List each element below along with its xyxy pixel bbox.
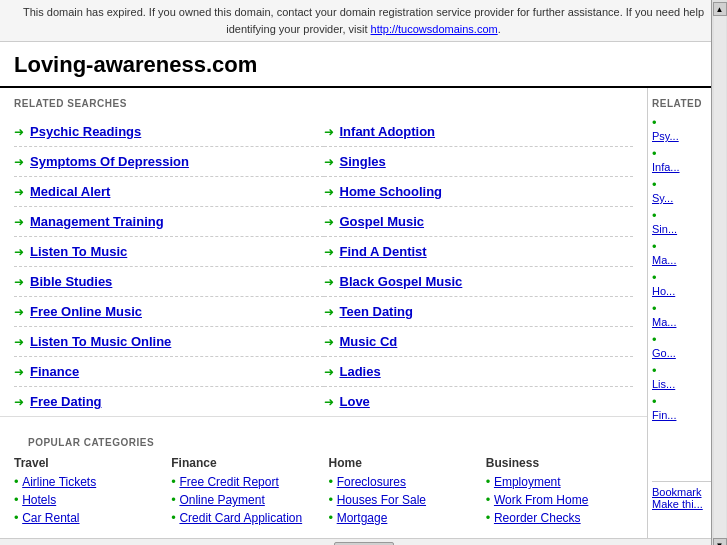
- search-link-singles[interactable]: Singles: [340, 154, 386, 169]
- popular-section: POPULAR CATEGORIES Travel Airline Ticket…: [0, 427, 647, 538]
- list-item: Free Credit Report: [171, 474, 318, 489]
- search-grid: ➜ Psychic Readings ➜ Symptoms Of Depress…: [0, 117, 647, 417]
- list-item: ➜ Free Online Music: [14, 297, 324, 327]
- popular-link-houses[interactable]: Houses For Sale: [337, 493, 426, 507]
- search-link-symptoms[interactable]: Symptoms Of Depression: [30, 154, 189, 169]
- popular-link-wfh[interactable]: Work From Home: [494, 493, 588, 507]
- arrow-icon: ➜: [14, 335, 24, 349]
- popular-link-hotels[interactable]: Hotels: [22, 493, 56, 507]
- arrow-icon: ➜: [14, 365, 24, 379]
- arrow-icon: ➜: [324, 245, 334, 259]
- list-item: ➜ Finance: [14, 357, 324, 387]
- search-link-infant[interactable]: Infant Adoption: [340, 124, 436, 139]
- list-item: ➜ Symptoms Of Depression: [14, 147, 324, 177]
- list-item: ➜ Medical Alert: [14, 177, 324, 207]
- search-link-listen[interactable]: Listen To Music: [30, 244, 127, 259]
- search-link-gospel[interactable]: Gospel Music: [340, 214, 425, 229]
- horizontal-scrollbar[interactable]: [0, 538, 727, 545]
- popular-col-home: Home Foreclosures Houses For Sale Mortga…: [329, 456, 476, 528]
- search-col-right: ➜ Infant Adoption ➜ Singles ➜ Home Schoo…: [324, 117, 634, 416]
- popular-link-mortgage[interactable]: Mortgage: [337, 511, 388, 525]
- arrow-icon: ➜: [14, 215, 24, 229]
- popular-link-foreclosures[interactable]: Foreclosures: [337, 475, 406, 489]
- search-link-bible[interactable]: Bible Studies: [30, 274, 112, 289]
- popular-col-finance: Finance Free Credit Report Online Paymen…: [171, 456, 318, 528]
- list-item: ➜ Home Schooling: [324, 177, 634, 207]
- search-link-management[interactable]: Management Training: [30, 214, 164, 229]
- search-link-homeschool[interactable]: Home Schooling: [340, 184, 443, 199]
- popular-grid: Travel Airline Tickets Hotels Car Rental…: [14, 456, 633, 528]
- list-item: Houses For Sale: [329, 492, 476, 507]
- list-item: Mortgage: [329, 510, 476, 525]
- popular-col-travel: Travel Airline Tickets Hotels Car Rental: [14, 456, 161, 528]
- search-link-listen-online[interactable]: Listen To Music Online: [30, 334, 171, 349]
- arrow-icon: ➜: [324, 305, 334, 319]
- arrow-icon: ➜: [14, 155, 24, 169]
- search-link-teen-dating[interactable]: Teen Dating: [340, 304, 413, 319]
- search-link-psychic-readings[interactable]: Psychic Readings: [30, 124, 141, 139]
- list-item: ➜ Find A Dentist: [324, 237, 634, 267]
- list-item: Employment: [486, 474, 633, 489]
- search-link-finance[interactable]: Finance: [30, 364, 79, 379]
- arrow-icon: ➜: [14, 395, 24, 409]
- popular-link-car[interactable]: Car Rental: [22, 511, 79, 525]
- arrow-icon: ➜: [324, 185, 334, 199]
- list-item: Airline Tickets: [14, 474, 161, 489]
- search-col-left: ➜ Psychic Readings ➜ Symptoms Of Depress…: [14, 117, 324, 416]
- scroll-track: [714, 16, 726, 538]
- arrow-icon: ➜: [324, 215, 334, 229]
- vertical-scrollbar[interactable]: ▲ ▼: [711, 0, 727, 545]
- arrow-icon: ➜: [324, 365, 334, 379]
- list-item: ➜ Love: [324, 387, 634, 416]
- list-item: Online Payment: [171, 492, 318, 507]
- search-link-ladies[interactable]: Ladies: [340, 364, 381, 379]
- list-item: ➜ Singles: [324, 147, 634, 177]
- list-item: Credit Card Application: [171, 510, 318, 525]
- arrow-icon: ➜: [324, 155, 334, 169]
- search-link-medical[interactable]: Medical Alert: [30, 184, 110, 199]
- list-item: ➜ Music Cd: [324, 327, 634, 357]
- list-item: ➜ Gospel Music: [324, 207, 634, 237]
- arrow-icon: ➜: [14, 305, 24, 319]
- arrow-icon: ➜: [324, 335, 334, 349]
- search-link-dentist[interactable]: Find A Dentist: [340, 244, 427, 259]
- list-item: Foreclosures: [329, 474, 476, 489]
- popular-link-payment[interactable]: Online Payment: [179, 493, 264, 507]
- list-item: ➜ Infant Adoption: [324, 117, 634, 147]
- list-item: ➜ Teen Dating: [324, 297, 634, 327]
- list-item: Work From Home: [486, 492, 633, 507]
- list-item: ➜ Psychic Readings: [14, 117, 324, 147]
- popular-link-reorder[interactable]: Reorder Checks: [494, 511, 581, 525]
- arrow-icon: ➜: [14, 185, 24, 199]
- popular-col-title: Travel: [14, 456, 161, 470]
- list-item: ➜ Black Gospel Music: [324, 267, 634, 297]
- popular-col-title: Business: [486, 456, 633, 470]
- search-link-free-dating[interactable]: Free Dating: [30, 394, 102, 409]
- scrollbar-thumb[interactable]: [334, 542, 394, 546]
- search-link-music-cd[interactable]: Music Cd: [340, 334, 398, 349]
- list-item: ➜ Listen To Music: [14, 237, 324, 267]
- popular-link-creditcard[interactable]: Credit Card Application: [179, 511, 302, 525]
- list-item: ➜ Listen To Music Online: [14, 327, 324, 357]
- site-title: Loving-awareness.com: [0, 42, 727, 88]
- popular-link-airline[interactable]: Airline Tickets: [22, 475, 96, 489]
- list-item: ➜ Bible Studies: [14, 267, 324, 297]
- popular-col-title: Home: [329, 456, 476, 470]
- arrow-icon: ➜: [324, 275, 334, 289]
- scroll-up-button[interactable]: ▲: [713, 2, 727, 16]
- search-link-love[interactable]: Love: [340, 394, 370, 409]
- tucows-link[interactable]: http://tucowsdomains.com: [371, 23, 498, 35]
- popular-link-employment[interactable]: Employment: [494, 475, 561, 489]
- expiry-notice: This domain has expired. If you owned th…: [0, 0, 727, 42]
- popular-link-credit[interactable]: Free Credit Report: [179, 475, 278, 489]
- search-link-free-music[interactable]: Free Online Music: [30, 304, 142, 319]
- arrow-icon: ➜: [324, 395, 334, 409]
- arrow-icon: ➜: [324, 125, 334, 139]
- scroll-down-button[interactable]: ▼: [713, 538, 727, 545]
- list-item: ➜ Ladies: [324, 357, 634, 387]
- list-item: Car Rental: [14, 510, 161, 525]
- arrow-icon: ➜: [14, 275, 24, 289]
- search-link-black-gospel[interactable]: Black Gospel Music: [340, 274, 463, 289]
- related-searches-label: RELATED SEARCHES: [0, 98, 647, 109]
- list-item: Hotels: [14, 492, 161, 507]
